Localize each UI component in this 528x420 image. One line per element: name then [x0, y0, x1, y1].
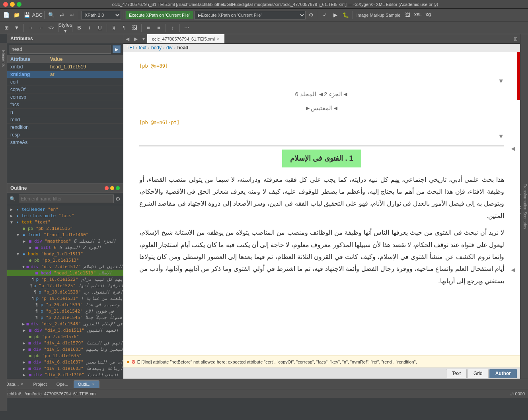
bc-body[interactable]: body [151, 45, 162, 51]
view-tab-text[interactable]: Text [446, 369, 467, 378]
tree-item-div2[interactable]: ▼ ■ div "div_2.d1e1517" الفتوى في الإسلا… [7, 263, 123, 270]
new-file-button[interactable]: 📄 [2, 10, 11, 20]
tree-item-pb7[interactable]: ▶ ● pb "pb_7.d1e1576" [7, 333, 123, 340]
tree-item-div-masthead[interactable]: ▶ ■ div "masthead" الجزء 2 المجلد 6 [7, 238, 123, 244]
attr-row-rendition[interactable]: rendition [7, 124, 123, 131]
toggle-body[interactable]: ▼ [15, 251, 21, 257]
tree-item-div8[interactable]: ▶ ■ div "div_8.d1e1710" السلف للفتيا [7, 371, 123, 378]
attr-row-corresp[interactable]: corresp [7, 93, 123, 101]
bold-button[interactable]: B [74, 23, 84, 33]
toggle-text[interactable]: ▼ [9, 219, 14, 225]
open-file-button[interactable]: 📁 [12, 10, 21, 20]
list1-button[interactable]: ≡ [144, 23, 153, 33]
bottom-tab-outli[interactable]: Outli... ✕ [74, 380, 100, 388]
tree-item-p16[interactable]: ▶ ¶ p "p_16.d1e1522" يهم كل نبيه دراي [7, 276, 123, 282]
tab-nav-next[interactable]: ▶ [132, 36, 140, 42]
outline-min-btn[interactable] [110, 186, 114, 190]
toggle-div2[interactable]: ▼ [21, 264, 25, 269]
transform-scenarios-label[interactable]: Transformation Scenarios [522, 181, 528, 232]
bc-tei[interactable]: TEI [127, 45, 134, 51]
tree-item-div-1548[interactable]: ▶ ■ div "div_2.d1e1548" في الإسلام الفتو… [7, 321, 123, 327]
tab-nav-menu[interactable]: ▾ [140, 36, 147, 42]
scroll-right-marker2[interactable]: ◄ [510, 264, 516, 276]
list2-button[interactable]: ≡ [154, 23, 164, 33]
minimize-button[interactable] [10, 2, 15, 7]
tree-item-pb2[interactable]: ▶ ● pb "pb_1.d1e1513" [7, 257, 123, 263]
toggle-div-1548[interactable]: ▶ [21, 321, 25, 327]
outdent-button[interactable]: ← [36, 23, 46, 33]
bottom-tab-data-close[interactable]: ✕ [20, 382, 23, 386]
tree-item-div3[interactable]: ▶ ■ div "div_3.d1e1511" العهد النبوي [7, 327, 123, 333]
toggle-div8[interactable]: ▶ [21, 372, 27, 377]
attribute-search-input[interactable] [10, 45, 111, 54]
tree-item-div-1603[interactable]: ▶ ■ div "div_1.d1e1603" ارباعة ويبعدها [7, 365, 123, 371]
xpath-version-select[interactable]: XPath 2.0 [81, 11, 121, 19]
tag-insert-button[interactable]: <> [47, 23, 56, 33]
toggle-div-masthead[interactable]: ▶ [21, 238, 27, 244]
attr-row-n[interactable]: n [7, 109, 123, 116]
xpath-file-select[interactable]: ▶Execute XPath on 'Current File' [194, 11, 306, 19]
attr-row-xmllang[interactable]: xml:lang ar [7, 71, 123, 78]
toggle-div5[interactable]: ▶ [21, 346, 27, 352]
toggle-div6[interactable]: ▶ [21, 359, 27, 365]
arabic-content-view[interactable]: ◄ ◄ [pb @n=89] ▼ ◄الجزء 2◄ المجلد 6 ◄الم… [123, 52, 520, 356]
tree-item-p19[interactable]: ▶ ¶ p "p_19.d1e1531" بلغته من عناية ا [7, 295, 123, 301]
maximize-button[interactable] [17, 2, 21, 7]
execute-xpath-button[interactable]: Execute XPath on 'Current File' [125, 11, 193, 19]
collapse-triangle-1[interactable]: ▼ [139, 76, 504, 87]
tree-item-p20[interactable]: ▶ ¶ p "p_20.d1e1539" وتصميم في هذا [7, 301, 123, 308]
tree-item-head-selected[interactable]: ▶ ■ head "head_1.d1e1519" الإسلام [7, 270, 123, 276]
tree-item-pb1[interactable]: ▶ ● pb "pb_2.d1e1515" [7, 225, 123, 231]
bc-div[interactable]: div [166, 45, 172, 51]
outline-settings-button[interactable]: ⚙ [115, 196, 121, 202]
tree-item-p17[interactable]: ▶ ¶ p "p_17.d1e1525" لترفها الناس أنها [7, 282, 123, 289]
toggle-front[interactable]: ▼ [15, 232, 21, 237]
debug-button[interactable]: 🐛 [341, 10, 351, 20]
section-button[interactable]: § [109, 23, 119, 33]
tree-item-bibl[interactable]: ▶ ■ bibl 6 الجزء 2 المجلد 6 [7, 244, 123, 251]
img-markup-icon[interactable]: 🖼 [403, 10, 412, 20]
bottom-tab-ope[interactable]: Ope... [52, 380, 73, 388]
xq-button[interactable]: XQ [423, 10, 433, 20]
attr-row-rend[interactable]: rend [7, 116, 123, 124]
toggle-facsimile[interactable]: ▶ [9, 213, 14, 218]
view-tab-grid[interactable]: Grid [468, 369, 489, 378]
save-file-button[interactable]: 💾 [22, 10, 32, 20]
collapse-triangle-2[interactable]: ▼ [139, 131, 504, 142]
tree-item-p22[interactable]: ▶ ¶ p "p_22.d1e1545" هنوئاً جميلاً جملاً [7, 314, 123, 321]
xslt-button[interactable]: XSL [413, 10, 423, 20]
settings-icon[interactable]: ⚙ [306, 10, 316, 20]
tree-item-p18[interactable]: ▶ ¶ p "p_18.d1e1528" افرة النقول، رب [7, 289, 123, 295]
toggle-teiheader[interactable]: ▶ [9, 206, 14, 212]
tree-item-facsimile[interactable]: ▶ ▪ tei:facsimile "facs" [7, 212, 123, 219]
style-button[interactable]: Styles ▾ [60, 23, 70, 33]
attr-row-resp[interactable]: resp [7, 131, 123, 139]
editor-tab-current[interactable]: oclc_4770057679-i_61.TEI5.xml ✕ [147, 34, 225, 43]
toggle-div4[interactable]: ▶ [21, 340, 27, 346]
tree-item-pb11[interactable]: ▶ ● pb "pb_11.d1e1635" [7, 352, 123, 359]
tree-item-teiheader[interactable]: ▶ ▪ teiHeader "en" [7, 206, 123, 212]
tab-nav-prev[interactable]: ◀ [123, 36, 132, 42]
filter-button[interactable]: ▼ [12, 23, 21, 33]
view-tab-author[interactable]: Author [489, 369, 517, 378]
tree-item-div6[interactable]: ▶ ■ div "div_6.d1e1637" ام من التابعين [7, 359, 123, 365]
toggle-div-1603[interactable]: ▶ [21, 366, 27, 371]
paragraph-button[interactable]: ¶ [119, 23, 129, 33]
tab-nav-expand[interactable]: ⊞ [511, 36, 520, 42]
attr-row-xmlid[interactable]: xml:id head_1.d1e1519 [7, 63, 123, 71]
bc-text[interactable]: text [139, 45, 146, 51]
sort-button[interactable]: ↕ [168, 23, 177, 33]
toggle-div3[interactable]: ▶ [21, 327, 27, 333]
tree-item-front[interactable]: ▼ ▪ front "front_1.d1e1460" [7, 231, 123, 238]
outline-max-btn[interactable] [116, 186, 120, 190]
attribute-navigate-button[interactable]: ▶ [113, 45, 121, 53]
scroll-right-marker[interactable]: ◄ [510, 143, 516, 155]
attr-row-cert[interactable]: cert [7, 78, 123, 86]
attr-row-facs[interactable]: facs [7, 101, 123, 109]
tree-item-div4[interactable]: ▶ ■ div "div_4.d1e1579" اتهم في الفتيا [7, 340, 123, 346]
more-button[interactable]: ⋯ [182, 23, 191, 33]
replace-button[interactable]: ⇄ [57, 10, 66, 20]
tree-item-body[interactable]: ▼ ▪ body "body_1.d1e1511" [7, 251, 123, 257]
close-button[interactable] [3, 2, 8, 7]
outline-close-btn[interactable] [105, 186, 109, 190]
